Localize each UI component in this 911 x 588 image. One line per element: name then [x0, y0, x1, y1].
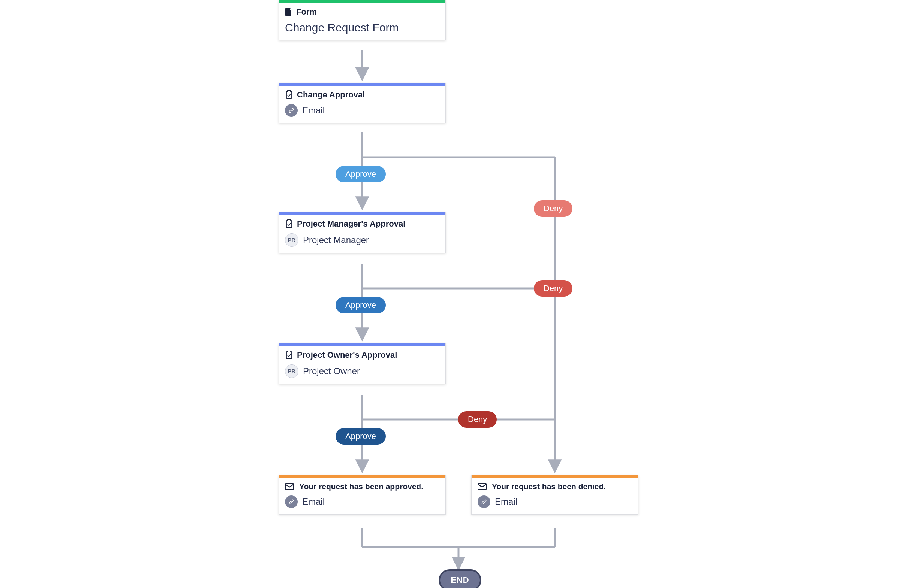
node-body: Email: [472, 493, 638, 514]
node-change-approval[interactable]: Change Approval Email: [279, 83, 446, 123]
node-stripe: [279, 212, 446, 215]
pill-deny-2[interactable]: Deny: [534, 280, 572, 297]
node-header: Project Owner's Approval: [279, 346, 446, 362]
link-icon: [478, 496, 490, 508]
approval-clipboard-icon: [285, 220, 293, 228]
end-node: END: [439, 569, 481, 588]
pill-deny-3[interactable]: Deny: [458, 411, 497, 428]
pill-approve-2[interactable]: Approve: [336, 297, 386, 313]
link-icon: [285, 104, 298, 117]
node-title: Project Owner's Approval: [297, 350, 397, 360]
node-body: Change Request Form: [279, 19, 446, 40]
node-stripe: [279, 83, 446, 86]
node-header: Form: [279, 3, 446, 19]
node-pm-approval[interactable]: Project Manager's Approval PR Project Ma…: [279, 212, 446, 253]
node-title: Your request has been denied.: [492, 482, 606, 491]
pill-approve-1[interactable]: Approve: [336, 166, 386, 183]
node-denied-email[interactable]: Your request has been denied. Email: [471, 475, 639, 515]
form-title: Change Request Form: [285, 21, 399, 34]
node-title: Project Manager's Approval: [297, 219, 405, 229]
node-header: Change Approval: [279, 86, 446, 102]
assignee-label: Project Manager: [303, 235, 369, 245]
node-po-approval[interactable]: Project Owner's Approval PR Project Owne…: [279, 343, 446, 384]
node-stripe: [279, 475, 446, 478]
node-header: Your request has been denied.: [472, 478, 638, 493]
link-icon: [285, 496, 298, 508]
approval-clipboard-icon: [285, 351, 293, 360]
connectors-layer: [0, 0, 911, 588]
assignee-label: Email: [495, 497, 517, 507]
node-title: Your request has been approved.: [299, 482, 423, 491]
node-header: Project Manager's Approval: [279, 215, 446, 231]
node-type-label: Form: [296, 7, 317, 17]
assignee-label: Email: [302, 497, 325, 507]
document-icon: [285, 8, 292, 16]
envelope-icon: [285, 483, 294, 490]
node-title: Change Approval: [297, 90, 365, 100]
envelope-icon: [478, 483, 486, 490]
avatar: PR: [285, 233, 298, 247]
node-header: Your request has been approved.: [279, 478, 446, 493]
node-body: Email: [279, 493, 446, 514]
node-stripe: [472, 475, 638, 478]
node-body: PR Project Owner: [279, 362, 446, 384]
assignee-label: Email: [302, 105, 325, 116]
workflow-canvas: Form Change Request Form Change Approval…: [0, 0, 911, 588]
approval-clipboard-icon: [285, 90, 293, 99]
assignee-label: Project Owner: [303, 366, 360, 376]
avatar: PR: [285, 364, 298, 378]
node-body: Email: [279, 102, 446, 123]
node-form[interactable]: Form Change Request Form: [279, 0, 446, 40]
pill-deny-1[interactable]: Deny: [534, 200, 572, 217]
node-stripe: [279, 0, 446, 3]
node-stripe: [279, 343, 446, 346]
pill-approve-3[interactable]: Approve: [336, 428, 386, 444]
node-approved-email[interactable]: Your request has been approved. Email: [279, 475, 446, 515]
node-body: PR Project Manager: [279, 231, 446, 253]
